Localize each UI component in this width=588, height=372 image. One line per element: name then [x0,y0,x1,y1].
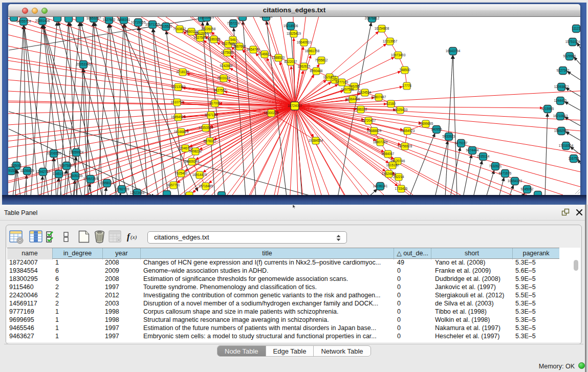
svg-text:10671355: 10671355 [145,23,160,26]
svg-text:13756928: 13756928 [398,144,412,148]
svg-text:7955812: 7955812 [315,58,328,62]
svg-text:17016504: 17016504 [559,144,574,147]
svg-text:17778: 17778 [402,84,411,87]
svg-text:1733426: 1733426 [395,187,408,190]
svg-text:116753: 116753 [569,157,579,160]
svg-text:6479197: 6479197 [455,141,468,145]
svg-text:12505135: 12505135 [68,174,83,178]
svg-text:1610753: 1610753 [171,100,184,104]
svg-text:15692991: 15692991 [554,129,569,133]
svg-text:16914479: 16914479 [192,173,207,177]
svg-text:10654122: 10654122 [508,179,522,183]
svg-text:15720407: 15720407 [361,119,376,122]
svg-text:12213967: 12213967 [383,39,398,43]
svg-text:20206550: 20206550 [47,151,61,155]
svg-text:3215955: 3215955 [541,107,554,111]
svg-text:9242848: 9242848 [220,64,233,68]
svg-text:1588520: 1588520 [272,56,285,59]
svg-text:10699695: 10699695 [419,122,433,125]
svg-text:62160: 62160 [386,102,396,105]
svg-text:1527602: 1527602 [103,18,116,21]
svg-text:20053346: 20053346 [76,62,91,66]
svg-text:9146821: 9146821 [258,52,271,56]
svg-text:748500: 748500 [399,68,410,72]
svg-text:8427552: 8427552 [214,89,227,92]
svg-text:20876812: 20876812 [365,17,380,20]
svg-text:8878312: 8878312 [204,139,216,143]
svg-text:10973493: 10973493 [391,53,406,57]
svg-text:917006: 917006 [209,101,221,105]
svg-text:10688609: 10688609 [367,129,382,133]
svg-text:9084067: 9084067 [382,152,395,156]
svg-text:16033809: 16033809 [200,17,214,19]
svg-text:11156829: 11156829 [20,169,34,172]
svg-text:16643794: 16643794 [446,49,461,53]
svg-text:7357224: 7357224 [227,21,240,25]
svg-text:252214: 252214 [393,175,404,179]
svg-text:7632621: 7632621 [489,164,502,168]
svg-text:16154808: 16154808 [375,27,389,30]
svg-text:15716485: 15716485 [199,184,213,188]
svg-text:2867608: 2867608 [233,45,246,48]
svg-text:19166825: 19166825 [174,130,189,134]
svg-text:16854923: 16854923 [171,115,186,119]
svg-text:7986322: 7986322 [355,107,367,111]
svg-text:2718176: 2718176 [177,70,189,74]
svg-text:9327505: 9327505 [194,36,207,39]
svg-text:10807487: 10807487 [372,95,386,99]
svg-text:2935114: 2935114 [477,155,490,158]
svg-text:20891406: 20891406 [35,19,50,23]
svg-text:16640910: 16640910 [297,40,312,44]
svg-text:546: 546 [230,38,236,41]
svg-text:3267130: 3267130 [205,113,217,117]
svg-text:(x): (x) [130,234,137,240]
svg-text:1145193: 1145193 [53,172,66,176]
svg-text:6466161: 6466161 [118,18,130,21]
svg-text:8322037: 8322037 [285,60,297,63]
svg-text:6497508: 6497508 [341,87,354,91]
svg-text:15751074: 15751074 [565,40,580,43]
svg-text:8186328: 8186328 [208,37,221,41]
svg-text:9457791: 9457791 [167,183,180,187]
svg-text:11325419: 11325419 [287,32,301,35]
svg-text:16782759: 16782759 [115,187,129,191]
svg-text:17359924: 17359924 [69,150,84,154]
svg-text:19384554: 19384554 [309,139,323,142]
svg-text:1244415: 1244415 [554,99,567,102]
svg-text:13654923: 13654923 [400,129,415,133]
svg-text:10653287: 10653287 [86,17,101,20]
svg-text:9227342: 9227342 [557,69,570,72]
svg-text:39153: 39153 [8,169,16,172]
svg-text:14055714: 14055714 [16,19,31,23]
svg-text:2803144: 2803144 [217,76,230,80]
svg-text:90975887: 90975887 [59,164,74,167]
svg-text:11123: 11123 [572,27,580,30]
svg-text:18807249: 18807249 [373,140,388,144]
svg-text:16961758: 16961758 [305,49,320,53]
svg-text:3875685: 3875685 [221,51,234,54]
svg-text:8990448: 8990448 [310,69,323,73]
svg-text:9245052: 9245052 [521,187,534,191]
svg-text:3824534: 3824534 [359,91,372,94]
svg-text:15300275: 15300275 [264,111,279,115]
svg-text:12213383: 12213383 [171,85,186,89]
svg-text:1615152: 1615152 [386,163,399,167]
svg-text:9329966: 9329966 [563,54,576,58]
svg-text:18724007: 18724007 [288,104,302,107]
svg-text:140956: 140956 [431,127,442,131]
svg-text:9777169: 9777169 [336,80,349,84]
svg-text:9498222: 9498222 [189,149,202,153]
svg-text:8813014: 8813014 [260,17,273,18]
svg-text:12093872: 12093872 [554,85,569,89]
svg-text:1362615: 1362615 [298,64,311,68]
svg-text:19218506: 19218506 [284,24,298,28]
svg-text:19120746: 19120746 [390,159,405,163]
svg-text:245: 245 [332,78,338,81]
svg-text:9474444: 9474444 [466,148,479,152]
svg-text:7515520: 7515520 [160,25,172,28]
svg-text:7625402: 7625402 [175,171,188,175]
svg-text:7163822: 7163822 [173,27,186,31]
svg-text:935061: 935061 [11,164,22,167]
svg-text:12942757: 12942757 [36,170,51,173]
svg-text:5933923: 5933923 [443,135,455,138]
